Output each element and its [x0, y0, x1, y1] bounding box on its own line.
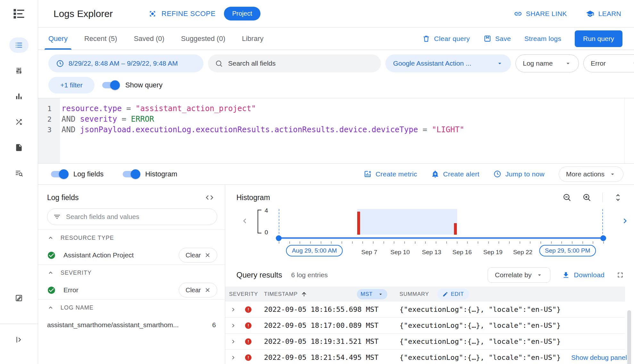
clear-severity-filter-button[interactable]: Clear [179, 283, 217, 297]
zoom-out-button[interactable] [563, 193, 572, 202]
nav-logs-metrics[interactable] [9, 89, 29, 104]
line-number: 1 [38, 103, 52, 114]
clock-icon [56, 60, 64, 68]
refine-scope-button[interactable]: REFINE SCOPE [148, 9, 216, 18]
edit-summary-button[interactable]: EDIT [437, 289, 469, 300]
severity-dropdown[interactable]: Error [583, 54, 634, 72]
create-alert-button[interactable]: Create alert [431, 170, 479, 178]
axis-tick [362, 241, 363, 244]
axis-tick [446, 241, 447, 244]
run-query-button[interactable]: Run query [575, 30, 622, 47]
search-all-fields-input[interactable] [228, 60, 374, 67]
expand-row-icon[interactable] [230, 354, 237, 361]
clear-resource-filter-button[interactable]: Clear [179, 248, 217, 263]
log-entry-row[interactable]: 2022-09-05 18:16:55.698 MST {"executionL… [225, 302, 625, 318]
log-fields-panel: Log fields RESOURCE TYPE Assistant Actio… [38, 185, 225, 364]
column-timestamp[interactable]: TIMESTAMP MST [260, 289, 397, 299]
log-entry-row[interactable]: 2022-09-05 18:21:54.495 MST {"executionL… [225, 350, 625, 364]
create-metric-button[interactable]: Create metric [364, 170, 417, 178]
histogram-selection[interactable] [357, 209, 457, 235]
scope-project-pill[interactable]: Project [224, 7, 260, 20]
row-severity-cell [225, 306, 260, 313]
slider-track[interactable] [279, 237, 603, 239]
line-number: 3 [38, 125, 52, 135]
expand-row-icon[interactable] [230, 338, 237, 345]
range-end-pill[interactable]: Sep 29, 5:00 PM [539, 245, 596, 256]
more-actions-button[interactable]: More actions [559, 166, 623, 182]
learn-button[interactable]: LEARN [586, 10, 621, 18]
expand-row-icon[interactable] [230, 322, 237, 329]
expand-row-icon[interactable] [230, 306, 237, 313]
expand-histogram-button[interactable] [613, 193, 622, 202]
timezone-dropdown[interactable]: MST [357, 289, 387, 299]
slider-handle-start[interactable] [276, 235, 282, 241]
histogram-pan-left[interactable] [236, 207, 253, 260]
jump-to-now-button[interactable]: Jump to now [493, 170, 544, 178]
nav-log-storage[interactable] [9, 140, 29, 155]
axis-tick [551, 241, 552, 244]
field-item-log-name[interactable]: assistant_smarthome/assistant_smarthom..… [38, 316, 225, 334]
section-head-severity[interactable]: SEVERITY [38, 264, 225, 281]
clear-query-button[interactable]: Clear query [422, 35, 470, 43]
logging-logo[interactable] [0, 0, 38, 28]
nav-log-analytics[interactable] [9, 166, 29, 181]
zoom-in-button[interactable] [582, 193, 591, 202]
nav-log-router[interactable] [9, 114, 29, 130]
histogram-toggle[interactable] [123, 171, 139, 177]
fullscreen-button[interactable] [616, 271, 624, 279]
histogram-pan-right[interactable] [616, 207, 634, 260]
nav-send-feedback[interactable] [9, 290, 29, 306]
add-filter-chip[interactable]: +1 filter [48, 77, 95, 93]
nav-log-dashboard[interactable] [9, 63, 29, 78]
correlate-by-dropdown[interactable]: Correlate by [488, 267, 550, 283]
section-head-resource-type[interactable]: RESOURCE TYPE [38, 230, 225, 246]
log-fields-toggle[interactable] [51, 171, 68, 177]
axis-tick-label: Sep 10 [391, 249, 410, 256]
show-debug-panel-link[interactable]: Show debug panel [568, 354, 627, 361]
editor-code[interactable]: resource.type = "assistant_action_projec… [60, 98, 624, 163]
slider-handle-end[interactable] [600, 235, 606, 241]
tab-recent[interactable]: Recent (5) [76, 28, 126, 50]
histogram-plot[interactable] [279, 207, 603, 235]
axis-tick [331, 241, 332, 244]
results-header: Query results 6 log entries Correlate by… [225, 262, 634, 287]
sort-ascending-icon[interactable] [301, 291, 307, 297]
log-entry-row[interactable]: 2022-09-05 18:17:00.089 MST {"executionL… [225, 318, 625, 334]
results-scrollbar[interactable] [627, 310, 631, 364]
range-start-pill[interactable]: Aug 29, 5:00 AM [286, 245, 343, 256]
query-editor[interactable]: 123 resource.type = "assistant_action_pr… [38, 98, 634, 164]
tab-saved[interactable]: Saved (0) [126, 28, 173, 50]
nav-open-panel[interactable] [9, 332, 29, 347]
nav-logs-explorer[interactable] [9, 37, 29, 53]
fields-search-input[interactable] [66, 213, 211, 221]
editor-scrollbar[interactable] [624, 98, 634, 163]
tab-library[interactable]: Library [234, 28, 272, 50]
stream-logs-button[interactable]: Stream logs [524, 35, 561, 43]
log-entry-row[interactable]: 2022-09-05 18:19:31.521 MST {"executionL… [225, 334, 625, 350]
section-head-log-name[interactable]: LOG NAME [38, 299, 225, 316]
log-name-label: Log name [523, 60, 553, 67]
search-icon [215, 60, 223, 68]
filter-row-2: +1 filter Show query [48, 77, 634, 93]
share-link-button[interactable]: SHARE LINK [514, 10, 567, 18]
tab-suggested[interactable]: Suggested (0) [173, 28, 234, 50]
code-line[interactable]: AND jsonPayload.executionLog.executionRe… [62, 125, 624, 135]
time-range-chip[interactable]: 8/29/22, 8:48 AM – 9/29/22, 9:48 AM [48, 54, 203, 72]
tab-query[interactable]: Query [40, 28, 76, 50]
axis-tick [321, 241, 321, 244]
column-severity[interactable]: SEVERITY [225, 291, 260, 297]
axis-tick [488, 241, 489, 244]
download-button[interactable]: Download [562, 271, 605, 279]
resource-filter-dropdown[interactable]: Google Assistant Action ... [385, 54, 511, 72]
time-range-slider[interactable] [279, 235, 603, 241]
save-icon [483, 35, 491, 43]
results-tools: Correlate by Download [488, 267, 624, 283]
code-line[interactable]: AND severity = ERROR [62, 114, 624, 125]
show-query-toggle[interactable] [102, 82, 119, 88]
log-name-dropdown[interactable]: Log name [515, 54, 579, 72]
save-button[interactable]: Save [483, 35, 511, 43]
code-icon[interactable] [205, 193, 214, 202]
sidebar-nav [9, 28, 29, 191]
code-line[interactable]: resource.type = "assistant_action_projec… [62, 103, 624, 114]
log-name-value: assistant_smarthome/assistant_smarthom..… [47, 321, 207, 329]
